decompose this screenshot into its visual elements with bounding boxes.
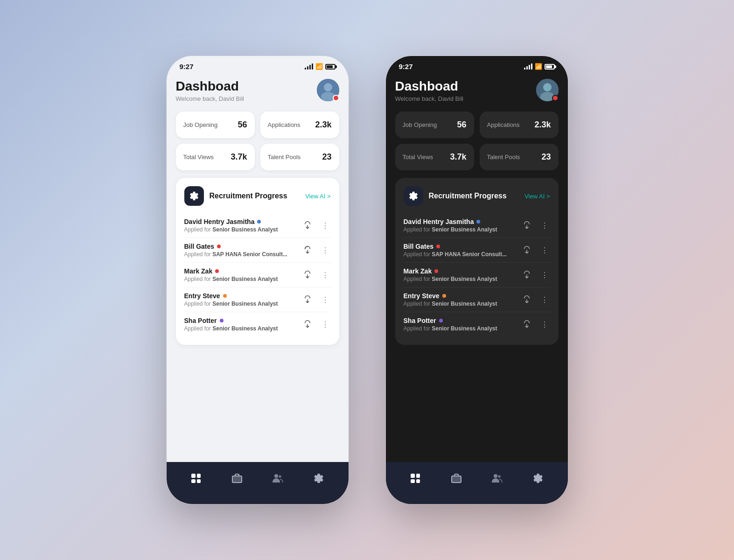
svg-point-14 (494, 474, 497, 478)
stat-label-applications-dark: Applications (487, 121, 520, 128)
bottom-nav-dark (386, 462, 568, 504)
stat-card-total-views-light[interactable]: Total Views 3.7k (176, 144, 255, 170)
status-dot-light-1 (217, 245, 221, 248)
page-title-light: Dashboad (176, 79, 244, 94)
stat-card-total-views-dark[interactable]: Total Views 3.7k (395, 144, 474, 170)
more-btn-light-0[interactable]: ⋮ (320, 221, 331, 230)
applicant-name-dark-0: David Hentry Jasmitha (404, 218, 474, 225)
status-dot-dark-3 (442, 294, 446, 298)
applicant-name-dark-1: Bill Gates (404, 243, 434, 250)
status-dot-light-4 (220, 319, 224, 322)
recruitment-card-dark: Recruitment Progress View AI > David Hen… (395, 178, 559, 345)
notification-badge-light (333, 95, 339, 101)
nav-people-light[interactable] (271, 472, 284, 485)
avatar-container-light[interactable] (317, 79, 339, 101)
bottom-nav-light (167, 462, 349, 504)
nav-home-dark[interactable] (409, 472, 422, 485)
applicant-item-light-0: David Hentry Jasmitha Applied for Senior… (184, 213, 331, 238)
download-btn-light-0[interactable] (300, 218, 315, 233)
stat-card-job-opening-dark[interactable]: Job Opening 56 (395, 112, 474, 138)
applicant-name-light-0: David Hentry Jasmitha (184, 218, 255, 225)
page-subtitle-dark: Welcome back, David Bill (395, 95, 463, 102)
download-btn-dark-2[interactable] (519, 267, 534, 282)
download-btn-light-3[interactable] (300, 292, 315, 307)
applicant-name-light-2: Mark Zak (184, 267, 213, 275)
svg-point-1 (324, 83, 332, 91)
view-ai-link-light[interactable]: View AI > (305, 193, 330, 200)
recruitment-card-light: Recruitment Progress View AI > David Hen… (176, 178, 339, 345)
nav-settings-light[interactable] (312, 472, 325, 485)
stat-card-job-opening-light[interactable]: Job Opening 56 (176, 112, 255, 138)
download-btn-dark-3[interactable] (519, 292, 534, 307)
applicant-role-light-4: Applied for Senior Business Analyst (184, 325, 300, 332)
stat-card-talent-pools-dark[interactable]: Talent Pools 23 (480, 144, 559, 170)
more-btn-light-1[interactable]: ⋮ (320, 246, 331, 255)
stat-value-applications-light: 2.3k (315, 120, 331, 130)
svg-rect-12 (452, 476, 461, 483)
applicant-item-dark-1: Bill Gates Applied for SAP HANA Senior C… (404, 238, 550, 263)
header-light: Dashboad Welcome back, David Bill (176, 74, 339, 112)
more-btn-dark-4[interactable]: ⋮ (539, 320, 550, 329)
signal-icon-dark (524, 63, 532, 70)
svg-point-6 (279, 475, 281, 478)
stat-value-applications-dark: 2.3k (534, 120, 551, 130)
status-dot-light-2 (215, 269, 219, 273)
applicant-name-dark-2: Mark Zak (404, 267, 432, 275)
status-bar-dark: 9:27 📶 (386, 56, 568, 74)
applicant-role-dark-0: Applied for Senior Business Analyst (404, 226, 519, 233)
stat-value-job-opening-dark: 56 (457, 120, 466, 130)
more-btn-dark-1[interactable]: ⋮ (539, 246, 550, 255)
more-btn-light-3[interactable]: ⋮ (320, 295, 331, 304)
stat-label-job-opening-dark: Job Opening (403, 121, 437, 128)
stats-grid-light: Job Opening 56 Applications 2.3k Total V… (176, 112, 339, 170)
download-btn-dark-4[interactable] (519, 317, 534, 332)
stat-label-talent-pools-light: Talent Pools (268, 154, 301, 161)
more-btn-dark-2[interactable]: ⋮ (539, 271, 550, 280)
battery-icon (325, 64, 336, 70)
wifi-icon-dark: 📶 (535, 63, 542, 70)
header-dark: Dashboad Welcome back, David Bill (395, 74, 559, 112)
stat-card-applications-dark[interactable]: Applications 2.3k (480, 112, 559, 138)
signal-icon (305, 63, 313, 70)
stat-label-total-views-dark: Total Views (403, 154, 433, 161)
applicant-role-light-2: Applied for Senior Business Analyst (184, 276, 300, 282)
download-btn-dark-1[interactable] (519, 243, 534, 258)
svg-point-5 (274, 474, 278, 478)
recruitment-title-group-light: Recruitment Progress (184, 186, 287, 206)
applicant-role-dark-3: Applied for Senior Business Analyst (404, 301, 519, 307)
nav-home-light[interactable] (189, 472, 203, 485)
more-btn-light-4[interactable]: ⋮ (320, 320, 331, 329)
recruitment-title-text-light: Recruitment Progress (210, 192, 287, 200)
applicant-name-dark-4: Sha Potter (404, 317, 436, 324)
stat-label-applications-light: Applications (268, 121, 301, 128)
notification-badge-dark (552, 95, 559, 101)
stat-value-job-opening-light: 56 (238, 120, 247, 130)
view-ai-link-dark[interactable]: View AI > (524, 193, 550, 200)
nav-jobs-light[interactable] (231, 472, 244, 485)
applicant-item-dark-3: Entry Steve Applied for Senior Business … (404, 287, 550, 312)
download-btn-dark-0[interactable] (519, 218, 534, 233)
stat-card-talent-pools-light[interactable]: Talent Pools 23 (260, 144, 339, 170)
nav-settings-dark[interactable] (531, 472, 545, 485)
more-btn-dark-3[interactable]: ⋮ (539, 295, 550, 304)
phone-content-dark: Dashboad Welcome back, David Bill (386, 74, 568, 466)
header-text-light: Dashboad Welcome back, David Bill (176, 79, 244, 102)
nav-jobs-dark[interactable] (450, 472, 463, 485)
status-icons-dark: 📶 (524, 63, 555, 70)
applicant-name-dark-3: Entry Steve (404, 292, 440, 300)
avatar-container-dark[interactable] (536, 79, 559, 101)
nav-people-dark[interactable] (490, 472, 503, 485)
stat-value-talent-pools-light: 23 (322, 152, 331, 162)
download-btn-light-2[interactable] (300, 267, 315, 282)
stat-label-total-views-light: Total Views (183, 154, 214, 161)
applicant-name-light-3: Entry Steve (184, 292, 220, 300)
more-btn-light-2[interactable]: ⋮ (320, 271, 331, 280)
stat-card-applications-light[interactable]: Applications 2.3k (260, 112, 339, 138)
wifi-icon: 📶 (315, 63, 323, 70)
applicant-item-dark-4: Sha Potter Applied for Senior Business A… (404, 312, 550, 336)
status-bar-light: 9:27 📶 (167, 56, 349, 74)
more-btn-dark-0[interactable]: ⋮ (539, 221, 550, 230)
light-phone: 9:27 📶 Dashboad Welcome back, David Bill (167, 56, 349, 504)
download-btn-light-1[interactable] (300, 243, 315, 258)
download-btn-light-4[interactable] (300, 317, 315, 332)
